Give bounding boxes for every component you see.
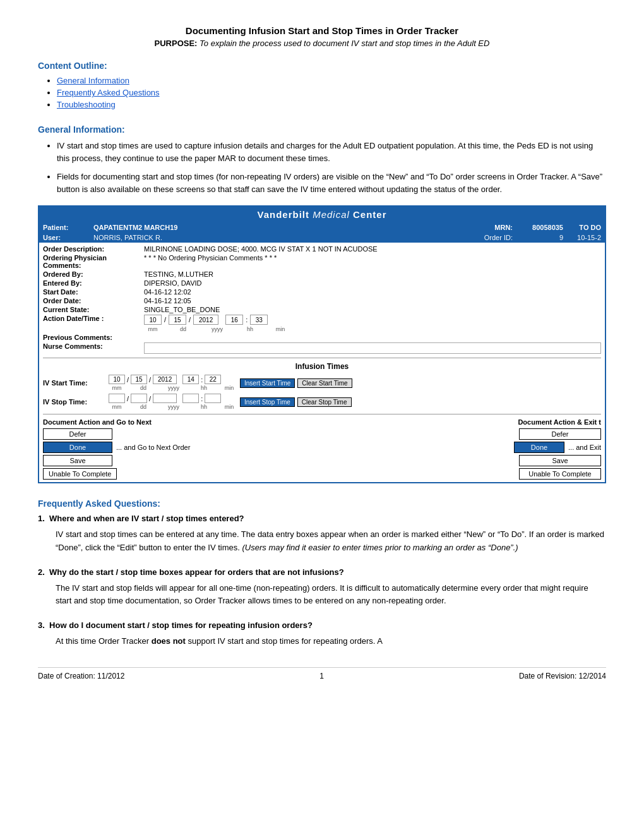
order-date-value: 04-16-12 12:05 [144,297,601,305]
footer-page-number: 1 [319,672,324,680]
ordering-physician-row: Ordering Physician Comments: * * * No Or… [43,254,601,269]
action-hh-input[interactable] [225,315,243,325]
vmc-header: Vanderbilt Medical Center [39,207,605,222]
yyyy-label: yyyy [205,326,230,332]
faq-item-1: 1. Where and when are IV start / stop ti… [38,514,606,555]
faq-heading: Frequently Asked Questions: [38,499,606,509]
iv-start-mm-input[interactable] [109,375,125,384]
iv-stop-yyyy-input[interactable] [153,394,177,403]
iv-start-inputs: / / : mm dd yyyy hh [109,375,237,391]
mrn-label: MRN: [481,224,513,231]
start-date-label: Start Date: [43,288,144,296]
action-yyyy-input[interactable] [193,315,218,325]
insert-start-time-button[interactable]: Insert Start Time [240,378,295,388]
prev-comments-value [144,334,601,341]
faq-answer-1: IV start and stop times can be entered a… [56,528,606,555]
list-item: Frequently Asked Questions [57,88,606,97]
order-desc-label: Order Description: [43,245,144,253]
clear-stop-time-button[interactable]: Clear Stop Time [297,397,352,407]
patient-label: Patient: [43,224,93,231]
save-right-button[interactable]: Save [519,455,601,466]
iv-stop-dd-input[interactable] [131,394,147,403]
footer-date-revision: Date of Revision: 12/2014 [519,672,606,680]
faq-section: Frequently Asked Questions: 1. Where and… [38,499,606,648]
todo-label: TO DO [563,224,601,231]
action-min-input[interactable] [250,315,268,325]
entered-by-row: Entered By: DIPERSIO, DAVID [43,279,601,287]
ordering-physician-value: * * * No Ordering Physician Comments * *… [144,254,601,269]
footer-date-creation: Date of Creation: 11/2012 [38,672,124,680]
todo-value: 10-15-2 [563,234,601,241]
footer: Date of Creation: 11/2012 1 Date of Revi… [38,667,606,680]
faq-item-3: 3. How do I document start / stop times … [38,620,606,648]
current-state-value: SINGLE_TO_BE_DONE [144,306,601,313]
min-label: min [271,326,289,332]
iv-stop-inputs: / / : mm dd yyyy hh [109,394,237,410]
general-information-list: IV start and stop times are used to capt… [57,140,606,195]
ordering-physician-label: Ordering Physician Comments: [43,254,144,269]
iv-start-dd-input[interactable] [131,375,147,384]
done-right-button[interactable]: Done [514,442,564,453]
insert-stop-time-button[interactable]: Insert Stop Time [240,397,295,407]
ordered-by-value: TESTING, M.LUTHER [144,270,601,278]
iv-start-min-input[interactable] [205,375,221,384]
content-outline-heading: Content Outline: [38,61,606,71]
infusion-times-heading: Infusion Times [43,362,601,371]
order-id-value: 9 [513,234,563,241]
nurse-comments-label: Nurse Comments: [43,342,144,354]
faq-question-2: 2. Why do the start / stop time boxes ap… [38,567,606,577]
faq-answer-3: At this time Order Tracker does not supp… [56,635,606,648]
list-item: General Information [57,76,606,85]
dd-label: dd [174,326,192,332]
action-mm-input[interactable] [144,315,162,325]
vmc-table: Vanderbilt Medical Center Patient: QAPAT… [38,205,606,483]
unable-button[interactable]: Unable To Complete [43,468,117,480]
iv-start-yyyy-input[interactable] [153,375,177,384]
list-item: Fields for documenting start and stop ti… [57,171,606,195]
general-information-link[interactable]: General Information [57,76,129,85]
divider [43,358,601,358]
start-date-value: 04-16-12 12:02 [144,288,601,296]
troubleshooting-link[interactable]: Troubleshooting [57,100,116,109]
iv-start-hh-input[interactable] [182,375,199,384]
mm-label: mm [144,326,162,332]
clear-start-time-button[interactable]: Clear Start Time [297,378,352,388]
iv-stop-min-input[interactable] [205,394,221,403]
current-state-row: Current State: SINGLE_TO_BE_DONE [43,306,601,313]
action-right: Document Action & Exit t Defer Done ... … [322,418,601,480]
faq-link[interactable]: Frequently Asked Questions [57,88,160,97]
action-dd-input[interactable] [169,315,186,325]
defer-right-button[interactable]: Defer [519,428,601,440]
action-datetime-row: Action Date/Time : / / : mm dd [43,315,601,332]
faq-question-1: 1. Where and when are IV start / stop ti… [38,514,606,523]
user-name: NORRIS, PATRICK R. [93,234,481,241]
action-buttons-area: Document Action and Go to Next Defer Don… [43,418,601,480]
iv-stop-mm-input[interactable] [109,394,125,403]
done-button[interactable]: Done [43,442,112,453]
unable-right-button[interactable]: Unable To Complete [519,468,601,480]
vmc-user-row: User: NORRIS, PATRICK R. Order ID: 9 10-… [39,233,605,243]
faq-item-2: 2. Why do the start / stop time boxes ap… [38,567,606,608]
start-date-row: Start Date: 04-16-12 12:02 [43,288,601,296]
defer-button[interactable]: Defer [43,428,112,440]
nurse-comments-row: Nurse Comments: [43,342,601,354]
prev-comments-label: Previous Comments: [43,334,144,341]
nurse-comments-input[interactable] [144,342,601,354]
hh-label: hh [241,326,259,332]
mrn-value: 80058035 [513,224,563,231]
faq-question-3: 3. How do I document start / stop times … [38,620,606,630]
order-date-row: Order Date: 04-16-12 12:05 [43,297,601,305]
save-button[interactable]: Save [43,455,112,466]
vmc-patient-row: Patient: QAPATIENTM2 MARCH19 MRN: 800580… [39,222,605,233]
general-information-section: General Information: IV start and stop t… [38,124,606,195]
ordered-by-row: Ordered By: TESTING, M.LUTHER [43,270,601,278]
faq-answer-2: The IV start and stop fields will appear… [56,582,606,608]
order-desc-value: MILRINONE LOADING DOSE; 4000. MCG IV STA… [144,245,601,253]
iv-start-label: IV Start Time: [43,379,106,387]
action-datetime-inputs: / / : mm dd yyyy hh [144,315,289,332]
ordered-by-label: Ordered By: [43,270,144,278]
purpose-text: To explain the process used to document … [200,39,489,48]
iv-stop-hh-input[interactable] [182,394,199,403]
vmc-body: Order Description: MILRINONE LOADING DOS… [39,243,605,482]
order-date-label: Order Date: [43,297,144,305]
